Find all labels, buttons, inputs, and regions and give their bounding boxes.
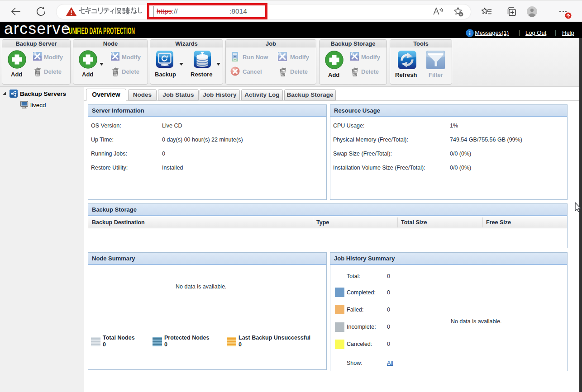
svg-text:i: i bbox=[469, 30, 471, 37]
